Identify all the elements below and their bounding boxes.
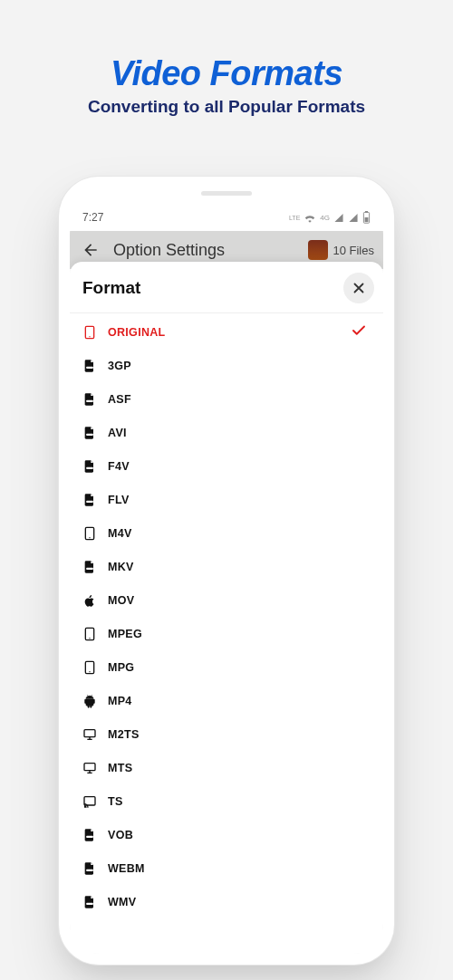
file-icon	[82, 560, 97, 574]
close-icon	[351, 280, 367, 296]
format-label: MKV	[108, 561, 134, 573]
format-label: AVI	[108, 427, 127, 439]
format-row-mpg[interactable]: MPG	[75, 650, 378, 684]
format-label: ASF	[108, 393, 131, 406]
format-list[interactable]: ORIGINAL3GPASFAVIF4VFLVM4VMKVMOVMPEGMPGM…	[70, 315, 383, 954]
format-label: WMV	[108, 896, 136, 908]
format-row-f4v[interactable]: F4V	[75, 449, 378, 483]
status-bar: 7:27 LTE 4G	[70, 204, 383, 231]
arrow-left-icon	[82, 241, 100, 259]
phone-icon	[82, 325, 97, 340]
sheet-title: Format	[82, 278, 343, 298]
format-row-mts[interactable]: MTS	[75, 751, 378, 784]
phone-speaker	[201, 191, 252, 196]
format-label: 3GP	[108, 360, 131, 372]
hero: Video Formats Converting to all Popular …	[0, 0, 453, 117]
format-label: MP4	[108, 695, 132, 707]
format-row-asf[interactable]: ASF	[75, 382, 378, 416]
format-row-flv[interactable]: FLV	[75, 483, 378, 516]
format-label: MOV	[108, 594, 134, 607]
format-row-3gp[interactable]: 3GP	[75, 349, 378, 382]
net-label: 4G	[320, 214, 330, 222]
check-icon	[351, 322, 367, 342]
hero-subtitle: Converting to all Popular Formats	[0, 97, 453, 117]
cast-icon	[82, 794, 97, 809]
format-row-wmv[interactable]: WMV	[75, 885, 378, 918]
sheet-header: Format	[70, 262, 383, 312]
svg-rect-2	[365, 217, 369, 222]
format-row-mkv[interactable]: MKV	[75, 550, 378, 583]
status-indicators: LTE 4G	[289, 211, 371, 224]
format-label: MPG	[108, 661, 134, 674]
back-button[interactable]	[79, 238, 102, 262]
format-row-mpeg[interactable]: MPEG	[75, 617, 378, 650]
phone-icon	[82, 660, 97, 675]
file-icon	[82, 828, 97, 842]
format-sheet: Format ORIGINAL3GPASFAVIF4VFLVM4VMKVMOVM…	[70, 262, 383, 954]
file-icon	[82, 493, 97, 507]
format-row-webm[interactable]: WEBM	[75, 851, 378, 885]
format-label: F4V	[108, 460, 130, 473]
file-icon	[82, 895, 97, 909]
file-icon	[82, 392, 97, 407]
format-label: MTS	[108, 762, 132, 774]
file-icon	[82, 359, 97, 373]
status-time: 7:27	[82, 211, 103, 224]
file-icon	[82, 861, 97, 876]
format-row-mp4[interactable]: MP4	[75, 684, 378, 717]
format-label: M4V	[108, 527, 132, 540]
phone-screen: 7:27 LTE 4G Option Settings 10 Files	[70, 204, 383, 954]
format-row-mov[interactable]: MOV	[75, 583, 378, 617]
close-button[interactable]	[343, 273, 374, 303]
divider	[70, 312, 383, 313]
format-row-avi[interactable]: AVI	[75, 416, 378, 449]
signal-icon-2	[348, 213, 359, 223]
format-row-ts[interactable]: TS	[75, 784, 378, 818]
apple-icon	[82, 593, 97, 608]
lte-icon: LTE	[289, 215, 300, 221]
format-row-m4v[interactable]: M4V	[75, 516, 378, 550]
phone-frame: 7:27 LTE 4G Option Settings 10 Files	[59, 177, 394, 965]
format-label: VOB	[108, 829, 133, 841]
battery-icon	[362, 211, 371, 224]
files-counter[interactable]: 10 Files	[308, 240, 374, 260]
format-label: MPEG	[108, 628, 142, 640]
format-row-m2ts[interactable]: M2TS	[75, 717, 378, 751]
signal-icon	[333, 213, 344, 223]
android-icon	[82, 694, 97, 708]
format-label: ORIGINAL	[108, 326, 166, 339]
files-thumb-icon	[308, 240, 328, 260]
format-label: WEBM	[108, 862, 145, 875]
format-label: M2TS	[108, 728, 140, 741]
monitor-icon	[82, 761, 97, 775]
file-icon	[82, 459, 97, 474]
format-label: TS	[108, 795, 123, 808]
wifi-icon	[304, 213, 316, 223]
file-icon	[82, 426, 97, 440]
phone-icon	[82, 627, 97, 641]
format-row-vob[interactable]: VOB	[75, 818, 378, 851]
phone-icon	[82, 526, 97, 541]
monitor-icon	[82, 727, 97, 742]
format-row-original[interactable]: ORIGINAL	[75, 315, 378, 349]
hero-title: Video Formats	[0, 54, 453, 93]
files-label: 10 Files	[333, 244, 374, 257]
format-label: FLV	[108, 494, 130, 506]
appbar-title: Option Settings	[113, 241, 297, 260]
